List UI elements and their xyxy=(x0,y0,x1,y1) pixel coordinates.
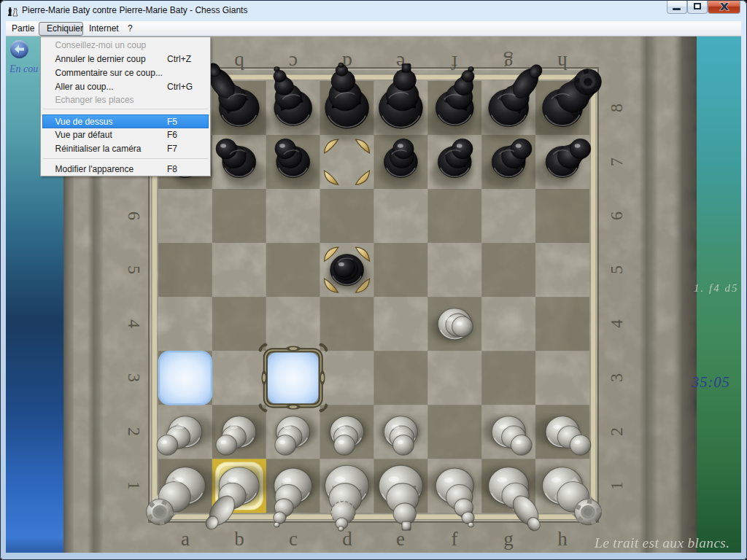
svg-text:2: 2 xyxy=(125,427,144,436)
svg-text:a: a xyxy=(181,528,190,550)
svg-text:c: c xyxy=(289,528,298,550)
svg-text:2: 2 xyxy=(607,427,626,436)
svg-text:1. f4 d5: 1. f4 d5 xyxy=(694,282,738,294)
svg-text:b: b xyxy=(234,528,244,550)
svg-text:3: 3 xyxy=(607,373,626,382)
svg-text:5: 5 xyxy=(125,265,144,274)
svg-text:e: e xyxy=(396,528,405,550)
svg-text:g: g xyxy=(503,528,514,550)
svg-text:35:05: 35:05 xyxy=(691,374,730,390)
svg-text:4: 4 xyxy=(607,319,626,328)
svg-text:7: 7 xyxy=(607,158,626,166)
svg-text:3: 3 xyxy=(125,373,144,382)
svg-text:f: f xyxy=(452,52,458,74)
svg-text:5: 5 xyxy=(607,265,626,274)
svg-text:En cou: En cou xyxy=(9,63,38,74)
svg-text:h: h xyxy=(557,528,568,550)
svg-text:8: 8 xyxy=(607,104,626,112)
svg-text:1: 1 xyxy=(607,481,626,490)
svg-text:f: f xyxy=(452,528,458,550)
svg-text:c: c xyxy=(289,52,298,74)
svg-text:b: b xyxy=(234,52,244,74)
svg-text:4: 4 xyxy=(125,319,144,328)
svg-text:6: 6 xyxy=(125,211,144,220)
svg-text:h: h xyxy=(557,52,568,74)
svg-text:d: d xyxy=(342,528,352,550)
svg-text:g: g xyxy=(503,52,514,74)
svg-text:Le trait est aux blancs.: Le trait est aux blancs. xyxy=(594,535,729,551)
svg-text:1: 1 xyxy=(125,481,144,490)
svg-text:6: 6 xyxy=(607,211,626,220)
